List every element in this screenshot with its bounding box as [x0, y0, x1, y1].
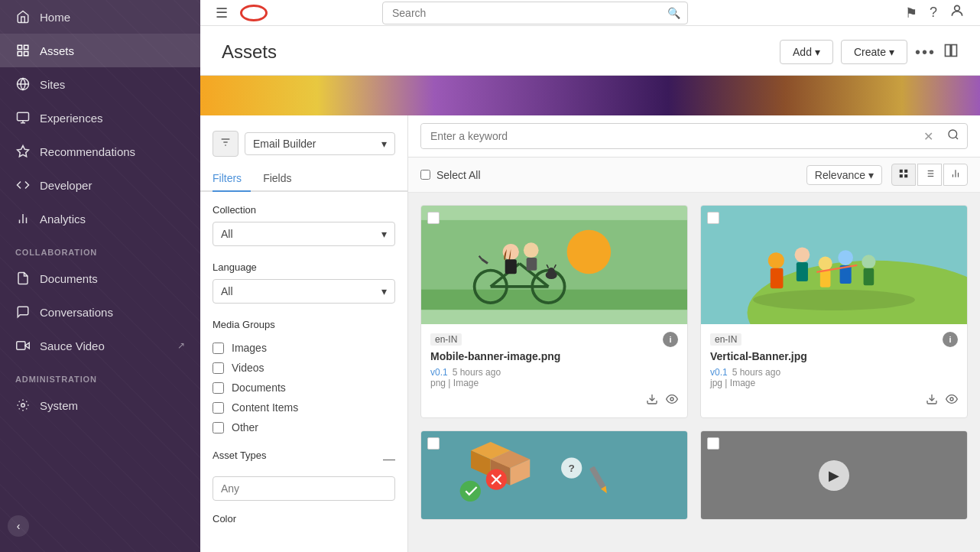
- filter-icon-button[interactable]: [213, 131, 239, 157]
- assets-icon: [15, 43, 31, 58]
- svg-rect-48: [527, 258, 537, 271]
- filter-dropdown-chevron: ▾: [381, 138, 387, 150]
- select-all-checkbox[interactable]: [420, 170, 430, 180]
- help-icon[interactable]: ?: [930, 5, 937, 21]
- checkbox-documents-input[interactable]: [213, 382, 224, 394]
- sidebar-item-analytics[interactable]: Analytics: [0, 202, 200, 235]
- filter-type-dropdown[interactable]: Email Builder ▾: [245, 132, 395, 155]
- relevance-dropdown[interactable]: Relevance ▾: [806, 165, 882, 185]
- checkbox-other-input[interactable]: [213, 422, 224, 433]
- menu-icon[interactable]: ☰: [216, 5, 228, 21]
- sidebar-item-label: Sauce Video: [40, 339, 105, 352]
- select-all-wrap[interactable]: Select All: [420, 169, 481, 181]
- language-chevron-icon: ▾: [381, 285, 387, 297]
- keyword-search-icon[interactable]: [939, 128, 967, 144]
- search-input[interactable]: [382, 2, 688, 24]
- svg-marker-9: [18, 146, 29, 157]
- svg-rect-25: [904, 170, 907, 173]
- filter-header: Email Builder ▾: [200, 125, 407, 166]
- collection-dropdown[interactable]: All ▾: [213, 222, 395, 246]
- asset-info-button[interactable]: i: [943, 332, 958, 347]
- asset-card[interactable]: ▶: [700, 430, 968, 520]
- sidebar-item-conversations[interactable]: Conversations: [0, 295, 200, 329]
- asset-name: Vertical-Banner.jpg: [710, 350, 958, 362]
- asset-preview-button[interactable]: [946, 393, 958, 408]
- media-groups-section: Media Groups Images Videos Documents Con…: [200, 319, 407, 450]
- sidebar-item-label: Assets: [40, 44, 74, 57]
- checkbox-other[interactable]: Other: [213, 417, 395, 437]
- asset-checkbox[interactable]: [427, 212, 440, 224]
- checkbox-videos[interactable]: Videos: [213, 358, 395, 378]
- asset-card[interactable]: ?: [420, 430, 688, 520]
- collection-chevron-icon: ▾: [381, 228, 387, 240]
- asset-download-button[interactable]: [646, 393, 658, 408]
- asset-card[interactable]: en-IN i Mobile-banner-image.png v0.1 5 h…: [420, 205, 688, 418]
- workspace: Email Builder ▾ Filters Fields Collectio…: [200, 115, 980, 552]
- sidebar-item-system[interactable]: System: [0, 388, 200, 422]
- asset-checkbox[interactable]: [427, 437, 440, 450]
- checkbox-images-input[interactable]: [213, 343, 224, 354]
- sidebar-item-experiences[interactable]: Experiences: [0, 101, 200, 135]
- sidebar-item-home[interactable]: Home: [0, 0, 200, 34]
- asset-types-label: Asset Types: [213, 450, 267, 461]
- page-header-actions: Add ▾ Create ▾ •••: [780, 40, 959, 64]
- developer-icon: [15, 177, 31, 193]
- keyword-clear-icon[interactable]: ✕: [917, 129, 939, 144]
- svg-point-63: [838, 250, 853, 265]
- asset-thumbnail: ?: [421, 431, 687, 519]
- svg-rect-62: [820, 270, 831, 287]
- asset-types-input[interactable]: [213, 476, 395, 501]
- more-options-button[interactable]: •••: [915, 44, 936, 61]
- sidebar-item-assets[interactable]: Assets: [0, 34, 200, 67]
- keyword-input[interactable]: [421, 124, 917, 148]
- checkbox-documents[interactable]: Documents: [213, 378, 395, 398]
- language-value: All: [221, 285, 233, 297]
- sidebar-item-recommendations[interactable]: Recommendations: [0, 135, 200, 168]
- select-all-label: Select All: [436, 169, 481, 181]
- chart-view-button[interactable]: [943, 164, 968, 186]
- svg-point-47: [524, 242, 539, 258]
- asset-types-collapse-icon[interactable]: —: [383, 453, 395, 466]
- asset-actions: [710, 393, 958, 408]
- asset-card[interactable]: en-IN i Vertical-Banner.jpg v0.1 5 hours…: [700, 205, 968, 418]
- user-icon[interactable]: [949, 3, 965, 22]
- svg-point-16: [955, 5, 960, 11]
- create-button[interactable]: Create ▾: [841, 40, 907, 64]
- add-button[interactable]: Add ▾: [780, 40, 833, 64]
- checkbox-videos-input[interactable]: [213, 362, 224, 374]
- asset-locale-tag: en-IN: [430, 333, 462, 346]
- asset-version: v0.1: [710, 367, 728, 378]
- language-label: Language: [213, 261, 395, 273]
- asset-info-button[interactable]: i: [663, 332, 678, 347]
- asset-download-button[interactable]: [926, 393, 938, 408]
- asset-version: v0.1: [430, 367, 448, 378]
- asset-type: png | Image: [430, 378, 678, 388]
- sidebar-item-documents[interactable]: Documents: [0, 261, 200, 295]
- language-dropdown[interactable]: All ▾: [213, 279, 395, 304]
- sidebar-item-developer[interactable]: Developer: [0, 168, 200, 202]
- asset-checkbox[interactable]: [707, 437, 719, 450]
- tab-fields[interactable]: Fields: [263, 166, 300, 192]
- asset-thumbnail: ▶: [701, 431, 967, 519]
- checkbox-documents-label: Documents: [232, 382, 286, 394]
- checkbox-content-items-input[interactable]: [213, 402, 224, 414]
- topbar: ☰ 🔍 ⚑ ?: [200, 0, 980, 26]
- svg-line-23: [956, 137, 958, 139]
- grid-view-button[interactable]: [891, 164, 916, 186]
- checkbox-content-items[interactable]: Content Items: [213, 398, 395, 417]
- tab-filters[interactable]: Filters: [213, 166, 251, 192]
- sidebar-item-sauce-video[interactable]: Sauce Video ↗: [0, 329, 200, 362]
- svg-point-52: [548, 268, 555, 274]
- topbar-actions: ⚑ ?: [905, 3, 965, 22]
- asset-checkbox[interactable]: [707, 212, 719, 224]
- sidebar-item-sites[interactable]: Sites: [0, 67, 200, 101]
- home-icon: [15, 9, 31, 24]
- layout-toggle-button[interactable]: [943, 43, 959, 62]
- flag-icon[interactable]: ⚑: [905, 5, 917, 21]
- media-groups-label: Media Groups: [213, 319, 395, 330]
- list-view-button[interactable]: [917, 164, 942, 186]
- checkbox-images[interactable]: Images: [213, 338, 395, 358]
- svg-point-78: [460, 481, 481, 502]
- asset-preview-button[interactable]: [666, 393, 678, 408]
- sidebar-collapse-button[interactable]: ‹: [8, 515, 29, 537]
